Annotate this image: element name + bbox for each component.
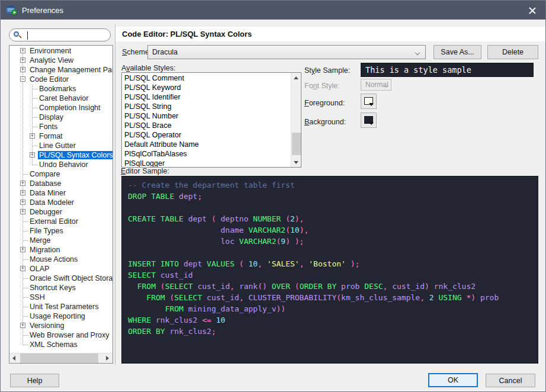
tree-item-code-editor[interactable]: −Code Editor: [9, 75, 113, 84]
expand-icon[interactable]: +: [20, 209, 25, 214]
tree-item-label[interactable]: Database: [30, 179, 62, 188]
scrollbar-thumb[interactable]: [20, 354, 98, 363]
tree-item-display[interactable]: Display: [9, 113, 113, 122]
background-color-button[interactable]: [361, 113, 377, 128]
tree-item-label[interactable]: PL/SQL Syntax Colors: [38, 151, 113, 159]
tree-item-label[interactable]: Merge: [30, 236, 50, 245]
tree-item-label[interactable]: Oracle Swift Object Storage: [30, 274, 113, 282]
tree-item-label[interactable]: Compare: [30, 170, 60, 178]
tree-item-merge[interactable]: Merge: [9, 236, 113, 245]
tree-search-box[interactable]: [9, 28, 111, 41]
tree-item-file-types[interactable]: File Types: [9, 226, 113, 236]
scrollbar-thumb[interactable]: [292, 133, 301, 155]
tree-item-fonts[interactable]: Fonts: [9, 122, 113, 131]
ok-button[interactable]: OK: [428, 373, 478, 387]
expand-icon[interactable]: +: [20, 323, 25, 328]
tree-item-label[interactable]: Format: [39, 132, 63, 140]
tree-item-label[interactable]: Versioning: [30, 322, 64, 330]
tree-item-external-editor[interactable]: External Editor: [9, 217, 113, 226]
tree-item-bookmarks[interactable]: Bookmarks: [9, 84, 113, 94]
scroll-up-icon[interactable]: [291, 73, 301, 82]
tree-item-format[interactable]: +Format: [9, 131, 113, 141]
tree-item-label[interactable]: Fonts: [39, 123, 57, 131]
tree-item-label[interactable]: Undo Behavior: [39, 160, 88, 169]
tree-item-label[interactable]: SSH: [30, 293, 45, 301]
style-item-default-attribute-name[interactable]: Default Attribute Name: [122, 140, 291, 149]
tree-item-database[interactable]: +Database: [9, 179, 113, 188]
tree-item-versioning[interactable]: +Versioning: [9, 321, 113, 330]
tree-item-label[interactable]: Migration: [30, 246, 60, 254]
tree-item-label[interactable]: Mouse Actions: [30, 255, 78, 264]
tree-item-label[interactable]: External Editor: [30, 217, 78, 226]
foreground-color-button[interactable]: [361, 94, 377, 109]
scroll-left-icon[interactable]: [9, 354, 20, 363]
tree-item-compare[interactable]: Compare: [9, 169, 113, 179]
style-item-pl-sql-operator[interactable]: PL/SQL Operator: [122, 130, 291, 140]
tree-item-label[interactable]: OLAP: [30, 265, 49, 273]
tree-horizontal-scrollbar[interactable]: [9, 353, 113, 363]
expand-icon[interactable]: +: [20, 266, 25, 271]
tree-item-label[interactable]: Caret Behavior: [39, 94, 88, 102]
tree-item-label[interactable]: Bookmarks: [39, 85, 76, 93]
tree-item-migration[interactable]: +Migration: [9, 245, 113, 255]
tree-item-label[interactable]: Web Browser and Proxy: [30, 331, 110, 339]
cancel-button[interactable]: Cancel: [486, 374, 535, 387]
expand-icon[interactable]: +: [20, 181, 25, 186]
tree-item-label[interactable]: Line Gutter: [39, 142, 76, 150]
delete-button[interactable]: Delete: [487, 45, 538, 59]
style-item-pl-sql-brace[interactable]: PL/SQL Brace: [122, 121, 291, 130]
style-item-plsqllogger[interactable]: PlSqlLogger: [122, 159, 291, 168]
styles-vertical-scrollbar[interactable]: [291, 73, 301, 167]
style-item-pl-sql-comment[interactable]: PL/SQL Comment: [122, 73, 291, 83]
tree-item-shortcut-keys[interactable]: Shortcut Keys: [9, 283, 113, 293]
tree-item-analytic-view[interactable]: +Analytic View: [9, 56, 113, 65]
tree-item-caret-behavior[interactable]: Caret Behavior: [9, 94, 113, 103]
tree-item-label[interactable]: Code Editor: [30, 75, 69, 83]
tree-item-label[interactable]: Data Modeler: [30, 198, 74, 207]
tree-item-debugger[interactable]: +Debugger: [9, 207, 113, 217]
scroll-right-icon[interactable]: [102, 354, 113, 363]
tree-item-data-modeler[interactable]: +Data Modeler: [9, 198, 113, 207]
save-as-button[interactable]: Save As...: [433, 45, 481, 59]
style-item-plsqlcoltabalases[interactable]: PlSqlColTabAlases: [122, 149, 291, 159]
tree-item-olap[interactable]: +OLAP: [9, 264, 113, 274]
style-item-pl-sql-identifier[interactable]: PL/SQL Identifier: [122, 92, 291, 102]
expand-icon[interactable]: +: [30, 133, 35, 139]
tree-item-label[interactable]: Completion Insight: [39, 104, 101, 112]
tree-item-label[interactable]: File Types: [30, 227, 63, 235]
tree-item-label[interactable]: Environment: [30, 47, 71, 55]
tree-item-label[interactable]: Debugger: [30, 208, 62, 216]
expand-icon[interactable]: +: [30, 152, 35, 158]
tree-item-data-miner[interactable]: +Data Miner: [9, 188, 113, 198]
tree-item-completion-insight[interactable]: Completion Insight: [9, 103, 113, 113]
expand-icon[interactable]: +: [20, 247, 25, 252]
tree-item-change-management-parameters[interactable]: +Change Management Parameters: [9, 65, 113, 75]
tree-item-pl-sql-syntax-colors[interactable]: +PL/SQL Syntax Colors: [9, 150, 113, 160]
close-button[interactable]: [519, 1, 545, 20]
scheme-select[interactable]: Dracula: [147, 45, 426, 59]
tree-item-unit-test-parameters[interactable]: Unit Test Parameters: [9, 302, 113, 311]
scroll-down-icon[interactable]: [291, 158, 301, 167]
search-input[interactable]: [31, 30, 107, 40]
help-button[interactable]: Help: [10, 374, 59, 387]
tree-item-label[interactable]: Change Management Parameters: [30, 66, 113, 74]
tree-item-label[interactable]: Analytic View: [30, 56, 73, 65]
style-item-pl-sql-number[interactable]: PL/SQL Number: [122, 111, 291, 121]
tree-item-line-gutter[interactable]: Line Gutter: [9, 141, 113, 150]
style-item-pl-sql-keyword[interactable]: PL/SQL Keyword: [122, 83, 291, 92]
style-item-pl-sql-string[interactable]: PL/SQL String: [122, 102, 291, 111]
tree-item-label[interactable]: Shortcut Keys: [30, 284, 76, 292]
expand-icon[interactable]: +: [20, 67, 25, 72]
tree-item-environment[interactable]: +Environment: [9, 46, 113, 56]
tree-item-label[interactable]: Display: [39, 113, 63, 121]
tree-item-label[interactable]: Data Miner: [30, 189, 66, 197]
expand-icon[interactable]: +: [20, 190, 25, 195]
expand-icon[interactable]: +: [20, 57, 25, 63]
expand-icon[interactable]: +: [20, 200, 25, 205]
expand-icon[interactable]: +: [20, 48, 25, 53]
collapse-icon[interactable]: −: [20, 76, 25, 82]
tree-item-mouse-actions[interactable]: Mouse Actions: [9, 255, 113, 264]
tree-item-undo-behavior[interactable]: Undo Behavior: [9, 160, 113, 169]
tree-item-label[interactable]: Unit Test Parameters: [30, 303, 98, 311]
available-styles-list[interactable]: PL/SQL CommentPL/SQL KeywordPL/SQL Ident…: [121, 72, 301, 168]
